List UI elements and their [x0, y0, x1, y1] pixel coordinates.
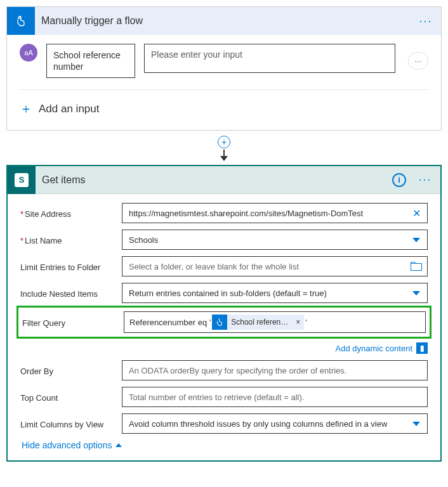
input-limit-columns[interactable]: Avoid column threshold issues by only us…: [122, 413, 428, 434]
trigger-header[interactable]: Manually trigger a flow ···: [7, 7, 441, 35]
trigger-body: aA School reference number Please enter …: [7, 35, 441, 130]
touch-icon: [212, 315, 227, 330]
info-button[interactable]: i: [392, 173, 406, 187]
trigger-input-row: aA School reference number Please enter …: [20, 44, 428, 78]
input-value-field[interactable]: Please enter your input: [144, 44, 395, 73]
chevron-down-icon[interactable]: [409, 417, 423, 431]
row-top-count: Top Count Total number of entries to ret…: [20, 387, 428, 407]
svg-rect-1: [411, 264, 422, 271]
insert-step-button[interactable]: +: [218, 136, 230, 148]
filter-query-highlight: Filter Query Referencenumber eq ' School…: [16, 306, 432, 339]
value-limit-columns: Avoid column threshold issues by only us…: [129, 419, 387, 429]
row-list-name: *List Name Schools: [20, 230, 428, 250]
row-filter-query: Filter Query Referencenumber eq ' School…: [22, 311, 426, 333]
plus-icon: ＋: [20, 100, 32, 117]
action-card: S Get items i ··· *Site Address https://…: [6, 165, 442, 462]
token-remove-icon[interactable]: ×: [292, 318, 304, 327]
filter-suffix: ': [305, 318, 306, 327]
input-order-by[interactable]: An ODATA orderBy query for specifying th…: [122, 360, 428, 380]
row-limit-columns: Limit Columns by View Avoid column thres…: [20, 413, 428, 434]
dynamic-content-row: Add dynamic content ▮: [122, 342, 428, 354]
value-list-name: Schools: [129, 235, 158, 245]
token-label: School referen…: [231, 318, 292, 327]
label-site-address: *Site Address: [20, 208, 115, 219]
folder-icon[interactable]: [409, 259, 423, 273]
placeholder-top-count: Total number of entries to retrieve (def…: [129, 393, 304, 402]
trigger-more-button[interactable]: ···: [417, 12, 435, 30]
input-filter-query[interactable]: Referencenumber eq ' School referen… × ': [124, 311, 426, 333]
dynamic-token[interactable]: School referen… ×: [212, 315, 304, 330]
add-dynamic-content-button[interactable]: ▮: [416, 342, 428, 354]
action-header[interactable]: S Get items i ···: [8, 166, 440, 194]
input-name-field[interactable]: School reference number: [46, 44, 135, 78]
chevron-down-icon[interactable]: [409, 286, 423, 300]
label-limit-columns: Limit Columns by View: [20, 419, 115, 429]
sharepoint-icon: S: [8, 166, 36, 194]
label-list-name: *List Name: [20, 235, 115, 245]
trigger-title: Manually trigger a flow: [41, 15, 411, 27]
label-filter-query: Filter Query: [22, 317, 117, 328]
text-type-icon: aA: [20, 44, 37, 62]
label-limit-folder: Limit Entries to Folder: [20, 261, 115, 272]
filter-prefix: Referencenumber eq ': [129, 318, 211, 327]
label-include-nested: Include Nested Items: [20, 288, 115, 299]
hide-advanced-label: Hide advanced options: [22, 440, 112, 450]
hide-advanced-toggle[interactable]: Hide advanced options: [22, 440, 428, 450]
row-order-by: Order By An ODATA orderBy query for spec…: [20, 360, 428, 380]
label-order-by: Order By: [20, 365, 115, 376]
input-top-count[interactable]: Total number of entries to retrieve (def…: [122, 387, 428, 407]
arrow-stem: [223, 150, 225, 156]
add-input-label: Add an input: [39, 103, 99, 115]
action-more-button[interactable]: ···: [416, 171, 434, 189]
chevron-down-icon[interactable]: [409, 233, 423, 247]
input-more-button[interactable]: ···: [408, 52, 428, 70]
value-site-address: https://magnetismtest.sharepoint.com/sit…: [129, 209, 363, 218]
add-dynamic-content-link[interactable]: Add dynamic content: [336, 344, 412, 353]
trigger-card: Manually trigger a flow ··· aA School re…: [6, 6, 442, 131]
placeholder-order-by: An ODATA orderBy query for specifying th…: [129, 366, 346, 375]
row-limit-folder: Limit Entries to Folder Select a folder,…: [20, 256, 428, 276]
add-input-button[interactable]: ＋ Add an input: [20, 90, 428, 121]
input-list-name[interactable]: Schools: [122, 230, 428, 250]
input-site-address[interactable]: https://magnetismtest.sharepoint.com/sit…: [122, 203, 428, 223]
action-body: *Site Address https://magnetismtest.shar…: [8, 194, 440, 460]
input-limit-folder[interactable]: Select a folder, or leave blank for the …: [122, 256, 428, 276]
row-include-nested: Include Nested Items Return entries cont…: [20, 283, 428, 303]
label-top-count: Top Count: [20, 392, 115, 403]
svg-point-0: [18, 16, 20, 18]
input-include-nested[interactable]: Return entries contained in sub-folders …: [122, 283, 428, 303]
placeholder-limit-folder: Select a folder, or leave blank for the …: [129, 262, 299, 271]
action-title: Get items: [42, 174, 386, 186]
arrow-down-icon: [220, 156, 228, 161]
clear-icon[interactable]: ✕: [409, 206, 423, 220]
touch-icon: [7, 7, 35, 35]
value-include-nested: Return entries contained in sub-folders …: [129, 289, 327, 298]
chevron-up-icon: [115, 443, 122, 447]
row-site-address: *Site Address https://magnetismtest.shar…: [20, 203, 428, 223]
connector: +: [6, 136, 442, 161]
